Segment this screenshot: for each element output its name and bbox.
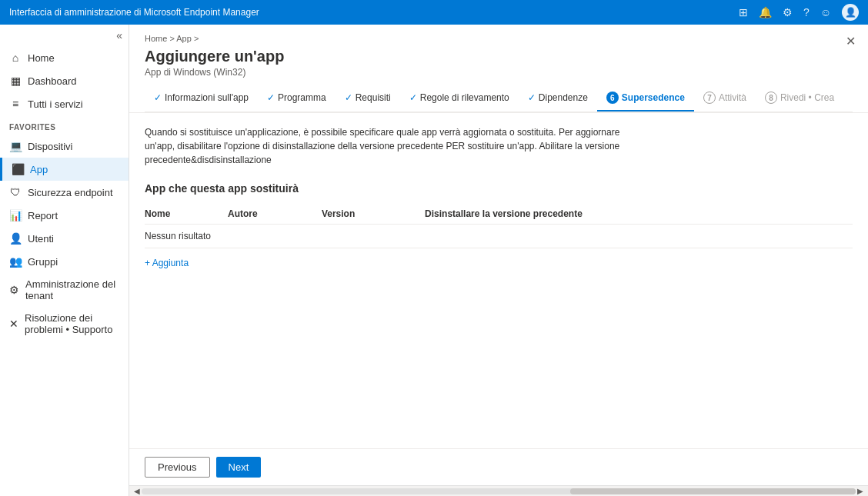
gear-icon[interactable]: ⚙ [783,6,793,18]
panel-body: Quando si sostituisce un'applicazione, è… [129,113,868,448]
section-title: App che questa app sostituirà [145,182,853,195]
breadcrumb: Home > App > [145,34,853,43]
check-icon: ✓ [409,92,417,103]
sidebar-item-home[interactable]: ⌂ Home [0,46,129,69]
tab-label: Supersedence [622,92,685,103]
tab-number: 8 [765,92,777,104]
col-autore: Autore [228,204,322,225]
sidebar-item-label: Risoluzione dei problemi • Supporto [25,312,119,335]
smiley-icon[interactable]: ☺ [820,6,831,18]
sidebar-item-gruppi[interactable]: 👥 Gruppi [0,250,129,273]
sidebar-item-label: Tutti i servizi [28,98,83,110]
shield-icon: 🛡 [9,186,22,198]
sidebar-item-label: Gruppi [28,256,58,268]
main-layout: « ⌂ Home ▦ Dashboard ≡ Tutti i servizi F… [0,25,868,496]
scroll-left-arrow[interactable]: ◀ [132,487,142,495]
sidebar-item-all-services[interactable]: ≡ Tutti i servizi [0,92,129,115]
sidebar-item-amministrazione[interactable]: ⚙ Amministrazione del tenant [0,273,129,307]
tab-dipendenze[interactable]: ✓ Dipendenze [519,86,597,111]
sidebar-item-risoluzione[interactable]: ✕ Risoluzione dei problemi • Supporto [0,307,129,341]
tab-number: 7 [703,92,716,104]
sidebar-item-label: Report [28,210,58,221]
dashboard-icon: ▦ [9,75,22,87]
tab-label: Attività [719,92,746,103]
scroll-thumb [570,488,856,494]
next-button[interactable]: Next [216,457,262,478]
sidebar-item-label: Home [28,52,55,64]
tab-label: Programma [278,92,326,103]
tab-supersedence[interactable]: 6 Supersedence [597,85,694,112]
sidebar-item-label: Dashboard [28,75,77,87]
main-panel: Home > App > Aggiungere un'app App di Wi… [129,25,868,485]
sidebar-item-label: Utenti [28,233,54,245]
close-button[interactable]: ✕ [846,34,856,48]
admin-icon: ⚙ [9,284,19,296]
panel-footer: Previous Next [129,448,868,485]
sidebar-item-label: Amministrazione del tenant [25,278,119,301]
tab-requisiti[interactable]: ✓ Requisiti [336,86,400,111]
sidebar: « ⌂ Home ▦ Dashboard ≡ Tutti i servizi F… [0,25,129,496]
breadcrumb-app[interactable]: App [176,34,192,43]
sidebar-collapse-button[interactable]: « [0,25,129,46]
app-icon: ⬛ [12,163,24,175]
devices-icon: 💻 [9,140,22,152]
col-nome: Nome [145,204,228,225]
check-icon: ✓ [267,92,275,103]
question-icon[interactable]: ? [803,6,810,18]
col-disinstalla: Disinstallare la versione precedente [425,204,853,225]
previous-button[interactable]: Previous [145,457,210,478]
tab-rivedi[interactable]: 8 Rivedi • Crea [756,85,843,112]
scroll-track[interactable] [142,488,856,494]
panel-header: Home > App > Aggiungere un'app App di Wi… [129,25,868,113]
support-icon: ✕ [9,318,18,330]
tab-informazioni[interactable]: ✓ Informazioni sull'app [145,86,258,111]
avatar-icon[interactable]: 👤 [842,4,859,21]
home-icon: ⌂ [9,52,22,64]
check-icon: ✓ [528,92,536,103]
tab-label: Informazioni sull'app [165,92,249,103]
topbar-title: Interfaccia di amministrazione di Micros… [9,7,739,18]
apps-table: Nome Autore Version Disinstallare la ver… [145,204,853,248]
tabs-container: ✓ Informazioni sull'app ✓ Programma ✓ Re… [145,85,853,112]
tab-number: 6 [606,92,619,104]
page-title: Aggiungere un'app [145,48,853,65]
tab-label: Regole di rilevamento [420,92,509,103]
col-version: Version [322,204,425,225]
tab-label: Rivedi • Crea [780,92,834,103]
sidebar-item-sicurezza[interactable]: 🛡 Sicurezza endpoint [0,181,129,204]
sidebar-item-label: Dispositivi [28,141,73,152]
report-icon: 📊 [9,209,22,221]
topbar: Interfaccia di amministrazione di Micros… [0,0,868,25]
topbar-icons: ⊞ 🔔 ⚙ ? ☺ 👤 [739,4,859,21]
no-results-text: Nessun risultato [145,225,853,248]
grid-icon[interactable]: ⊞ [739,6,748,18]
tab-regole[interactable]: ✓ Regole di rilevamento [400,86,519,111]
user-icon: 👤 [9,232,22,245]
breadcrumb-home[interactable]: Home [145,34,167,43]
list-icon: ≡ [9,98,22,110]
table-row-empty: Nessun risultato [145,225,853,248]
page-subtitle: App di Windows (Win32) [145,67,853,78]
add-link[interactable]: + Aggiunta [145,258,189,268]
bell-icon[interactable]: 🔔 [759,6,772,18]
tab-label: Dipendenze [539,92,588,103]
tab-attivita[interactable]: 7 Attività [694,85,756,112]
info-text: Quando si sostituisce un'applicazione, è… [145,125,622,167]
group-icon: 👥 [9,255,22,268]
check-icon: ✓ [345,92,352,103]
sidebar-item-utenti[interactable]: 👤 Utenti [0,227,129,250]
horizontal-scrollbar: ◀ ▶ [129,485,868,496]
sidebar-item-app[interactable]: ⬛ App [0,158,129,181]
check-icon: ✓ [154,92,162,103]
sidebar-item-label: Sicurezza endpoint [28,187,113,198]
tab-programma[interactable]: ✓ Programma [258,86,336,111]
sidebar-item-dashboard[interactable]: ▦ Dashboard [0,69,129,92]
tab-label: Requisiti [356,92,391,103]
scroll-right-arrow[interactable]: ▶ [856,487,865,495]
sidebar-item-report[interactable]: 📊 Report [0,204,129,227]
content-area: Home > App > Aggiungere un'app App di Wi… [129,25,868,496]
sidebar-item-label: App [30,164,48,175]
favorites-section-title: FAVORITES [0,115,129,135]
sidebar-item-dispositivi[interactable]: 💻 Dispositivi [0,135,129,158]
